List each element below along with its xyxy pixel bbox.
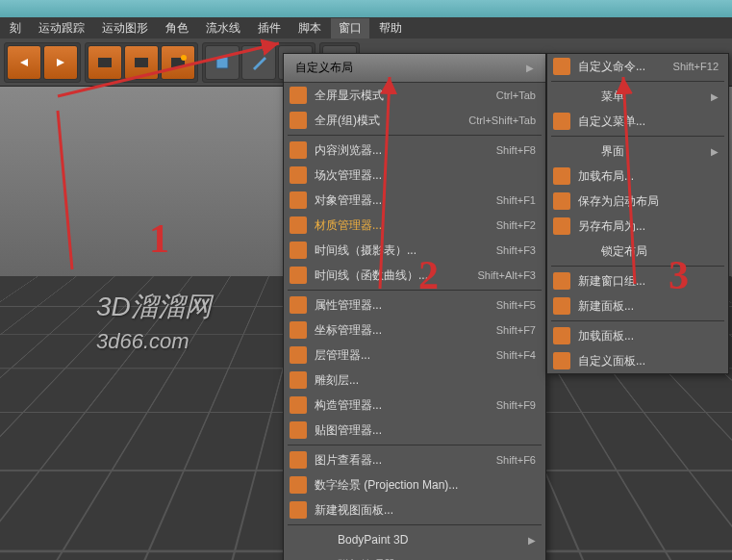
menu-item[interactable]: 菜单▶ [547, 84, 728, 109]
menu-item[interactable]: 加载布局... [547, 164, 728, 189]
orange-icon [290, 87, 307, 104]
menu-shortcut: Shift+F9 [496, 399, 536, 411]
menu-item[interactable]: 插件 [250, 18, 289, 38]
menu-label: 界面 [601, 143, 703, 160]
menu-item[interactable]: 自定义命令...Shift+F12 [547, 54, 728, 79]
tool-cube[interactable] [205, 45, 240, 80]
menu-item[interactable]: 属性管理器...Shift+F5 [284, 293, 545, 318]
menu-item[interactable]: 新建视图面板... [284, 497, 545, 522]
menu-item[interactable]: 自定义菜单... [547, 109, 728, 134]
menu-header-custom-layout[interactable]: 自定义布局▶ [284, 54, 545, 83]
menu-item[interactable]: 保存为启动布局 [547, 189, 728, 214]
menu-item[interactable]: 内容浏览器...Shift+F8 [284, 138, 545, 163]
svg-rect-4 [216, 57, 228, 68]
menu-item[interactable]: BodyPaint 3D▶ [284, 527, 545, 552]
menu-item[interactable]: 新建面板... [547, 293, 728, 318]
orange-icon [553, 217, 570, 235]
orange-icon [290, 396, 307, 414]
menu-item[interactable]: 运动跟踪 [31, 18, 92, 38]
menu-item[interactable]: 界面▶ [547, 139, 728, 164]
menu-shortcut: Shift+F4 [496, 349, 536, 361]
chevron-right-icon: ▶ [711, 91, 719, 102]
menu-item[interactable]: 全屏显示模式Ctrl+Tab [284, 83, 545, 108]
menu-label: 材质管理器... [315, 217, 469, 234]
menu-item[interactable]: 另存布局为... [547, 214, 728, 239]
menu-shortcut: Shift+F7 [496, 324, 536, 336]
menu-item[interactable]: 层管理器...Shift+F4 [284, 343, 545, 368]
menu-item[interactable]: 雕刻层... [284, 368, 545, 393]
menu-item[interactable]: 构造管理器...Shift+F9 [284, 393, 545, 418]
menu-item[interactable]: 对象管理器...Shift+F1 [284, 188, 545, 213]
menu-separator [551, 136, 724, 137]
menu-item[interactable]: 坐标管理器...Shift+F7 [284, 318, 545, 343]
orange-icon [290, 321, 307, 339]
tool-film3[interactable] [161, 45, 195, 80]
menu-item[interactable]: 加载面板... [547, 323, 728, 348]
menu-item[interactable]: 刻 [2, 18, 29, 38]
orange-icon [553, 297, 570, 315]
menu-shortcut: Shift+F5 [496, 299, 536, 311]
tool-redo[interactable] [43, 45, 78, 80]
menu-shortcut: Shift+F2 [496, 219, 536, 231]
menu-label: 锁定布局 [601, 243, 719, 260]
orange-icon [290, 371, 307, 389]
menu-item[interactable]: 贴图管理器... [284, 418, 545, 443]
menu-label: 保存为启动布局 [578, 193, 719, 210]
tool-film2[interactable] [124, 45, 159, 80]
chevron-right-icon: ▶ [526, 63, 534, 73]
menu-shortcut: Shift+Alt+F3 [477, 269, 536, 281]
orange-icon [290, 166, 307, 184]
menu-item[interactable]: 运动图形 [94, 18, 156, 38]
menu-item[interactable]: 新建窗口组... [547, 268, 728, 293]
menu-separator [551, 320, 724, 321]
menu-label: 附加管理器 [338, 557, 520, 561]
orange-icon [290, 216, 307, 234]
menu-label: 场次管理器... [315, 167, 536, 184]
menu-label: 坐标管理器... [315, 322, 469, 339]
tool-pen[interactable] [241, 45, 276, 80]
menu-item[interactable]: 时间线（函数曲线）...Shift+Alt+F3 [284, 263, 545, 288]
menu-item[interactable]: 场次管理器... [284, 163, 545, 188]
menu-item[interactable]: 材质管理器...Shift+F2 [284, 213, 545, 238]
orange-icon [290, 242, 307, 259]
menu-item[interactable]: 附加管理器▶ [284, 552, 545, 560]
menu-separator [551, 266, 724, 267]
chevron-right-icon: ▶ [711, 146, 719, 157]
svg-rect-1 [135, 58, 148, 67]
menu-item[interactable]: 图片查看器...Shift+F6 [284, 447, 545, 472]
menu-item[interactable]: 脚本 [290, 18, 329, 38]
tool-film1[interactable] [88, 45, 122, 80]
menu-help[interactable]: 帮助 [371, 18, 410, 38]
orange-icon [553, 167, 570, 185]
menu-item[interactable]: 流水线 [198, 18, 248, 38]
menubar: 刻 运动跟踪 运动图形 角色 流水线 插件 脚本 窗口 帮助 [0, 17, 732, 38]
menu-item[interactable]: 角色 [158, 18, 196, 38]
menu-window[interactable]: 窗口 [331, 18, 369, 38]
menu-label: 贴图管理器... [315, 422, 536, 439]
orange-icon [290, 141, 307, 159]
menu-item[interactable]: 时间线（摄影表）...Shift+F3 [284, 238, 545, 263]
menu-item[interactable]: 全屏(组)模式Ctrl+Shift+Tab [284, 108, 545, 133]
menu-item[interactable]: 自定义面板... [547, 348, 728, 373]
menu-label: 时间线（摄影表）... [315, 242, 469, 259]
tool-undo[interactable] [7, 45, 41, 80]
menu-item[interactable]: 锁定布局 [547, 239, 728, 264]
menu-label: 对象管理器... [315, 192, 469, 209]
orange-icon [290, 267, 307, 284]
svg-rect-0 [98, 58, 112, 67]
menu-label: 菜单 [601, 89, 703, 105]
menu-label: 加载面板... [578, 328, 719, 344]
menu-item[interactable]: 数字绘景 (Projection Man)... [284, 472, 545, 497]
menu-label: BodyPaint 3D [338, 533, 520, 547]
menu-shortcut: Ctrl+Shift+Tab [468, 115, 536, 126]
orange-icon [290, 346, 307, 364]
menu-label: 自定义菜单... [578, 114, 719, 130]
orange-icon [553, 113, 570, 130]
orange-icon [290, 421, 307, 439]
orange-icon [553, 352, 570, 369]
menu-separator [288, 135, 542, 136]
orange-icon [290, 476, 307, 494]
window-menu: 自定义布局▶ 全屏显示模式Ctrl+Tab全屏(组)模式Ctrl+Shift+T… [283, 53, 546, 560]
svg-point-3 [181, 55, 187, 61]
menu-label: 时间线（函数曲线）... [315, 267, 450, 284]
